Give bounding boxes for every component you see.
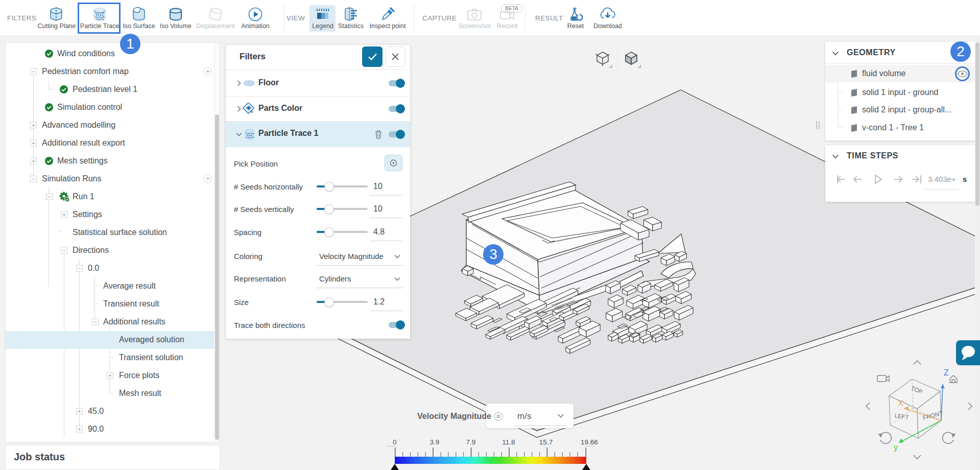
svg-text:3.9: 3.9	[430, 438, 440, 446]
svg-text:0: 0	[393, 438, 397, 446]
svg-text:11.8: 11.8	[502, 438, 515, 446]
svg-text:15.7: 15.7	[539, 438, 553, 446]
svg-text:19.66: 19.66	[581, 438, 598, 446]
svg-text:y: y	[894, 443, 898, 452]
svg-text:X: X	[898, 399, 903, 408]
svg-text:7.9: 7.9	[466, 438, 476, 446]
svg-text:Z: Z	[944, 368, 949, 377]
